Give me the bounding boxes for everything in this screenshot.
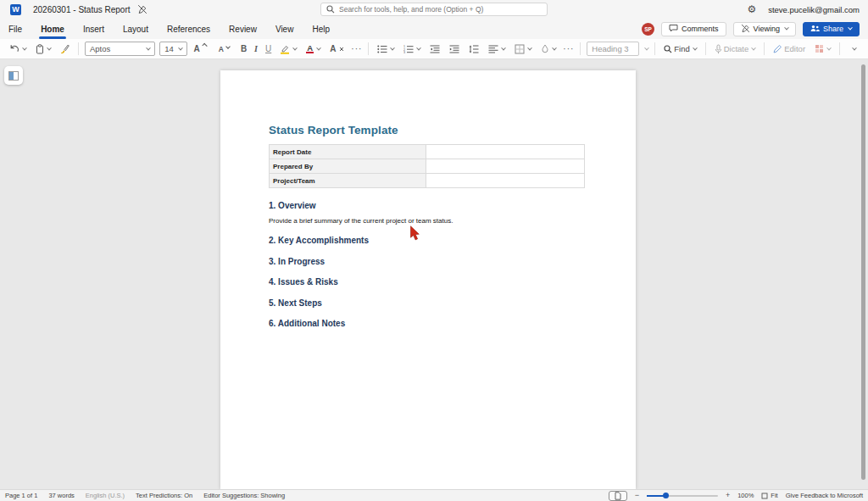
vertical-scrollbar[interactable]: [861, 64, 865, 480]
pen-slash-icon: [741, 24, 750, 35]
font-name-value: Aptos: [90, 44, 110, 53]
navigation-pane-toggle-button[interactable]: [4, 66, 23, 85]
bullets-button[interactable]: [375, 43, 397, 55]
editor-button[interactable]: Editor: [771, 42, 808, 55]
app-search-box[interactable]: [320, 3, 548, 16]
share-button[interactable]: Share: [803, 22, 860, 36]
find-button[interactable]: Find: [661, 42, 698, 55]
editor-suggestions-status[interactable]: Editor Suggestions: Showing: [203, 492, 285, 499]
divider: [839, 42, 840, 55]
language-status[interactable]: English (U.S.): [86, 492, 125, 499]
dictate-button[interactable]: Dictate: [712, 42, 759, 56]
zoom-out-button[interactable]: −: [635, 492, 639, 499]
chevron-down-icon: [552, 45, 557, 50]
grow-font-button[interactable]: A: [192, 42, 212, 55]
decrease-indent-button[interactable]: [427, 43, 442, 55]
settings-gear-icon[interactable]: ⚙: [747, 4, 756, 14]
more-paragraph-options-button[interactable]: ···: [563, 44, 574, 53]
borders-button[interactable]: [512, 42, 534, 56]
chevron-down-icon: [47, 45, 52, 50]
zoom-level[interactable]: 100%: [737, 492, 754, 499]
chevron-down-icon: [316, 45, 321, 50]
clear-formatting-button[interactable]: A: [327, 42, 347, 55]
menu-tab-review[interactable]: Review: [229, 25, 257, 34]
feedback-link[interactable]: Give Feedback to Microsoft: [786, 492, 863, 499]
zoom-in-button[interactable]: +: [726, 492, 730, 499]
table-value-cell[interactable]: [426, 145, 584, 159]
info-table[interactable]: Report Date Prepared By Project/Team: [269, 144, 585, 188]
page-icon: [615, 492, 621, 500]
table-value-cell[interactable]: [426, 174, 584, 188]
alignment-button[interactable]: [486, 43, 508, 55]
font-color-icon: A: [306, 44, 314, 54]
zoom-slider-knob[interactable]: [663, 493, 669, 498]
fit-label: Fit: [771, 492, 777, 499]
comments-label: Comments: [682, 25, 719, 33]
chevron-down-icon: [852, 45, 857, 50]
divider: [580, 42, 581, 55]
format-painter-button[interactable]: [58, 42, 72, 55]
highlighter-button[interactable]: [277, 42, 299, 56]
numbering-button[interactable]: 123: [401, 43, 423, 55]
menu-tab-file[interactable]: File: [8, 25, 22, 34]
document-canvas: Status Report Template Report Date Prepa…: [0, 59, 868, 489]
title-bar: W 20260301 - Status Report ⚙ steve.pucel…: [0, 0, 868, 19]
font-name-select[interactable]: Aptos: [85, 42, 155, 56]
table-label-cell[interactable]: Project/Team: [270, 174, 426, 188]
share-label: Share: [823, 25, 843, 33]
document-page[interactable]: Status Report Template Report Date Prepa…: [220, 70, 636, 489]
chevron-down-icon: [848, 25, 853, 31]
table-value-cell[interactable]: [426, 159, 584, 174]
table-label-cell[interactable]: Prepared By: [270, 159, 426, 174]
chevron-down-icon: [693, 45, 698, 50]
divider: [654, 42, 655, 55]
fit-to-page-button[interactable]: Fit: [761, 492, 777, 499]
menu-tab-help[interactable]: Help: [312, 25, 330, 34]
divider: [764, 42, 765, 55]
undo-button[interactable]: [7, 42, 29, 55]
underline-button[interactable]: U: [264, 44, 273, 53]
page-view-button[interactable]: [609, 491, 627, 501]
paste-button[interactable]: [33, 42, 53, 56]
menu-tab-layout[interactable]: Layout: [123, 25, 148, 34]
ribbon-collapse-button[interactable]: [846, 45, 861, 53]
doc-title-heading: Status Report Template: [269, 124, 585, 136]
document-title[interactable]: 20260301 - Status Report: [33, 5, 131, 14]
more-font-options-button[interactable]: ···: [351, 44, 362, 53]
table-label-cell[interactable]: Report Date: [270, 145, 426, 159]
menu-tab-view[interactable]: View: [275, 25, 294, 34]
text-predictions-status[interactable]: Text Predictions: On: [136, 492, 192, 499]
menu-tab-insert[interactable]: Insert: [83, 25, 104, 34]
account-email[interactable]: steve.pucelik@gmail.com: [768, 5, 860, 14]
search-input[interactable]: [339, 5, 542, 14]
increase-indent-button[interactable]: [447, 43, 462, 55]
menu-tab-references[interactable]: References: [167, 25, 210, 34]
style-chevron-down-icon[interactable]: [645, 45, 650, 50]
viewing-mode-button[interactable]: Viewing: [733, 22, 796, 36]
user-avatar[interactable]: SP: [642, 23, 654, 36]
chevron-down-icon: [416, 45, 421, 50]
shrink-font-button[interactable]: A: [216, 43, 235, 55]
bold-button[interactable]: B: [239, 44, 248, 53]
comment-bubble-icon: [669, 24, 678, 34]
comments-button[interactable]: Comments: [661, 22, 726, 36]
status-bar: Page 1 of 1 37 words English (U.S.) Text…: [0, 489, 868, 501]
shading-button[interactable]: [538, 42, 559, 55]
fit-icon: [761, 493, 768, 499]
word-count-status[interactable]: 37 words: [48, 492, 74, 499]
divider: [78, 42, 79, 55]
ribbon-toolbar: Aptos 14 A A B I U A A ··· 123: [0, 39, 868, 59]
font-color-button[interactable]: A: [303, 42, 323, 56]
editor-label: Editor: [784, 44, 805, 53]
font-size-select[interactable]: 14: [159, 42, 186, 56]
word-logo[interactable]: W: [10, 4, 21, 15]
section-heading: 1. Overview: [269, 201, 585, 211]
table-row: Project/Team: [270, 174, 585, 188]
menu-tab-home[interactable]: Home: [41, 25, 64, 34]
line-spacing-button[interactable]: [466, 43, 481, 55]
page-count-status[interactable]: Page 1 of 1: [5, 492, 37, 499]
zoom-slider[interactable]: [647, 495, 718, 497]
italic-button[interactable]: I: [253, 44, 259, 53]
style-select[interactable]: Heading 3: [587, 42, 639, 56]
add-ins-button[interactable]: [812, 42, 833, 55]
